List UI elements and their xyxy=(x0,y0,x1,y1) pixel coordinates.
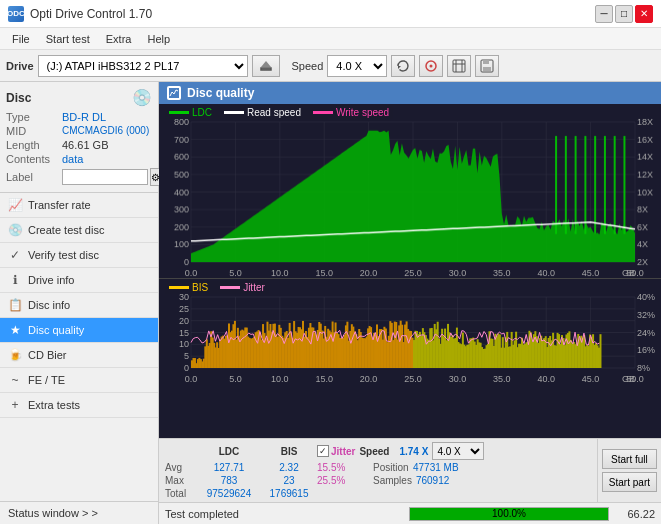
type-value: BD-R DL xyxy=(62,111,106,123)
minimize-button[interactable]: ─ xyxy=(595,5,613,23)
chart-header-icon xyxy=(167,86,181,100)
jitter-checkbox[interactable]: ✓ xyxy=(317,445,329,457)
menu-start-test[interactable]: Start test xyxy=(38,31,98,47)
write-speed-color xyxy=(313,111,333,114)
mid-label: MID xyxy=(6,125,62,137)
disc-section-label: Disc xyxy=(6,91,31,105)
svg-marker-0 xyxy=(261,61,271,67)
avg-label: Avg xyxy=(165,462,193,473)
transfer-rate-icon: 📈 xyxy=(8,198,22,212)
create-test-disc-icon: 💿 xyxy=(8,223,22,237)
legend-write-speed-label: Write speed xyxy=(336,107,389,118)
disc-icon-button[interactable] xyxy=(419,55,443,77)
menu-help[interactable]: Help xyxy=(139,31,178,47)
svg-rect-9 xyxy=(483,60,489,64)
nav-drive-info-label: Drive info xyxy=(28,274,74,286)
nav-extra-tests-label: Extra tests xyxy=(28,399,80,411)
top-chart-canvas xyxy=(159,104,661,278)
window-controls: ─ □ ✕ xyxy=(595,5,653,23)
nav-disc-quality-label: Disc quality xyxy=(28,324,84,336)
eject-button[interactable] xyxy=(252,55,280,77)
left-panel: Disc 💿 Type BD-R DL MID CMCMAGDI6 (000) … xyxy=(0,82,159,524)
nav-transfer-rate-label: Transfer rate xyxy=(28,199,91,211)
status-window-label: Status window > > xyxy=(8,507,98,519)
fe-te-icon: ~ xyxy=(8,373,22,387)
menu-file[interactable]: File xyxy=(4,31,38,47)
status-window-button[interactable]: Status window > > xyxy=(0,501,158,524)
nav-cd-bier-label: CD Bier xyxy=(28,349,67,361)
legend-bis-label: BIS xyxy=(192,282,208,293)
legend-bis: BIS xyxy=(169,282,208,293)
menu-extra[interactable]: Extra xyxy=(98,31,140,47)
menu-bar: File Start test Extra Help xyxy=(0,28,661,50)
nav-disc-quality[interactable]: ★ Disc quality xyxy=(0,318,158,343)
start-full-button[interactable]: Start full xyxy=(602,449,657,469)
cd-bier-icon: 🍺 xyxy=(8,348,22,362)
contents-label: Contents xyxy=(6,153,62,165)
nav-verify-test-disc[interactable]: ✓ Verify test disc xyxy=(0,243,158,268)
mid-value: CMCMAGDI6 (000) xyxy=(62,125,149,137)
speed-readout: 66.22 xyxy=(615,508,655,520)
label-input[interactable] xyxy=(62,169,148,185)
close-button[interactable]: ✕ xyxy=(635,5,653,23)
nav-create-test-disc[interactable]: 💿 Create test disc xyxy=(0,218,158,243)
chart-header: Disc quality xyxy=(159,82,661,104)
nav-cd-bier[interactable]: 🍺 CD Bier xyxy=(0,343,158,368)
nav-disc-info-label: Disc info xyxy=(28,299,70,311)
bottom-chart-canvas xyxy=(159,279,661,384)
avg-ldc: 127.71 xyxy=(197,462,261,473)
refresh-button[interactable] xyxy=(391,55,415,77)
jitter-label: Jitter xyxy=(331,446,355,457)
drive-label: Drive xyxy=(6,60,34,72)
nav-fe-te[interactable]: ~ FE / TE xyxy=(0,368,158,393)
speed-label: Speed xyxy=(292,60,324,72)
app-icon: ODC xyxy=(8,6,24,22)
max-jitter: 25.5% xyxy=(317,475,369,486)
extra-tests-icon: + xyxy=(8,398,22,412)
position-value: 47731 MB xyxy=(413,462,459,473)
svg-rect-10 xyxy=(483,67,491,71)
bis-color xyxy=(169,286,189,289)
disc-icon: 💿 xyxy=(132,88,152,107)
settings-button[interactable] xyxy=(447,55,471,77)
legend-write-speed: Write speed xyxy=(313,107,389,118)
legend-read-speed-label: Read speed xyxy=(247,107,301,118)
nav-transfer-rate[interactable]: 📈 Transfer rate xyxy=(0,193,158,218)
stats-ldc-header: LDC xyxy=(197,446,261,457)
samples-value: 760912 xyxy=(416,475,449,486)
nav-create-test-disc-label: Create test disc xyxy=(28,224,104,236)
speed-stat-select[interactable]: 4.0 X xyxy=(432,442,484,460)
bottom-chart: BIS Jitter xyxy=(159,279,661,384)
speed-stat-value: 1.74 X xyxy=(399,446,428,457)
stats-bis-header: BIS xyxy=(265,446,313,457)
jitter-check[interactable]: ✓ Jitter xyxy=(317,445,355,457)
stats-left: LDC BIS ✓ Jitter Speed 1.74 X 4.0 X Avg … xyxy=(159,439,597,502)
svg-rect-4 xyxy=(453,60,465,72)
speed-stat-label: Speed xyxy=(359,446,395,457)
label-label: Label xyxy=(6,171,62,183)
nav-drive-info[interactable]: ℹ Drive info xyxy=(0,268,158,293)
nav-disc-info[interactable]: 📋 Disc info xyxy=(0,293,158,318)
position-label: Position xyxy=(373,462,409,473)
start-part-button[interactable]: Start part xyxy=(602,472,657,492)
disc-info-panel: Disc 💿 Type BD-R DL MID CMCMAGDI6 (000) … xyxy=(0,82,158,193)
max-ldc: 783 xyxy=(197,475,261,486)
avg-jitter: 15.5% xyxy=(317,462,369,473)
legend-ldc-label: LDC xyxy=(192,107,212,118)
verify-test-disc-icon: ✓ xyxy=(8,248,22,262)
app-title: Opti Drive Control 1.70 xyxy=(30,7,152,21)
drive-select[interactable]: (J:) ATAPI iHBS312 2 PL17 xyxy=(38,55,248,77)
jitter-color xyxy=(220,286,240,289)
status-text: Test completed xyxy=(165,508,403,520)
legend-read-speed: Read speed xyxy=(224,107,301,118)
svg-rect-1 xyxy=(261,68,271,70)
legend-jitter: Jitter xyxy=(220,282,265,293)
nav-extra-tests[interactable]: + Extra tests xyxy=(0,393,158,418)
disc-info-icon: 📋 xyxy=(8,298,22,312)
save-button[interactable] xyxy=(475,55,499,77)
drive-info-icon: ℹ xyxy=(8,273,22,287)
ldc-color xyxy=(169,111,189,114)
max-label: Max xyxy=(165,475,193,486)
maximize-button[interactable]: □ xyxy=(615,5,633,23)
speed-select[interactable]: 4.0 X xyxy=(327,55,387,77)
